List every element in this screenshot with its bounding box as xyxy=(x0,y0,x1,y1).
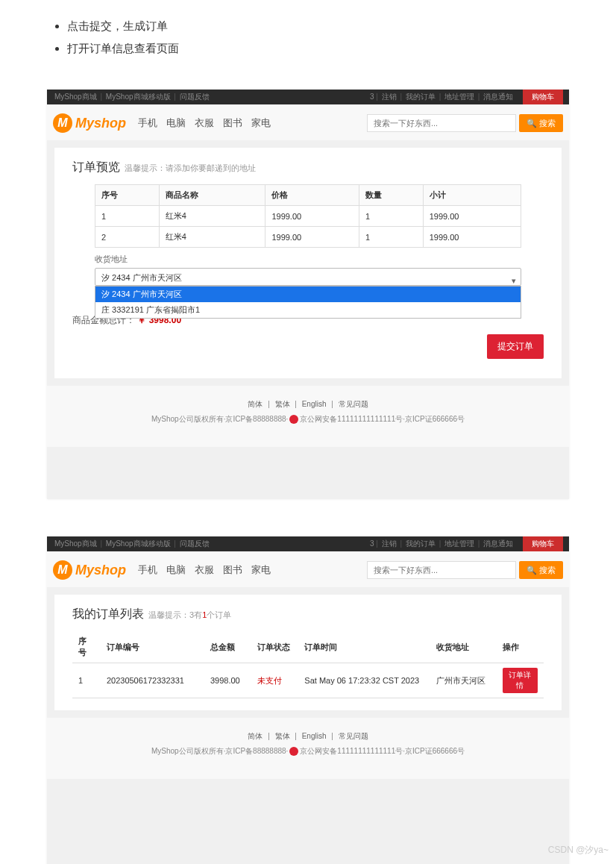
notifications-link[interactable]: 消息通知 xyxy=(483,539,513,548)
search-input[interactable] xyxy=(367,114,516,132)
order-status: 未支付 xyxy=(251,663,298,698)
col-qty: 数量 xyxy=(365,190,382,199)
screenshot-order-preview: MyShop商城 | MyShop商城移动版 | 问题反馈 3 | 注销 | 我… xyxy=(47,90,569,499)
table-row: 2 红米4 1999.00 1 1999.00 xyxy=(95,227,521,248)
search-button[interactable]: 🔍搜索 xyxy=(519,114,563,132)
order-items-table: 序号 商品名称 价格 数量 小计 1 红米4 1999.00 1 1999.00… xyxy=(95,184,521,248)
footer-copyright-2: 京公网安备11111111111111号·京ICP证666666号 xyxy=(300,747,465,755)
address-select[interactable]: 汐 2434 广州市天河区 xyxy=(95,268,521,286)
footer-link[interactable]: 繁体 xyxy=(275,732,290,740)
top-link-mobile[interactable]: MyShop商城移动版 xyxy=(106,539,171,548)
address-mgmt-link[interactable]: 地址管理 xyxy=(444,539,474,548)
top-link-feedback[interactable]: 问题反馈 xyxy=(180,539,210,548)
logo-text: Myshop xyxy=(75,116,126,131)
logout-link[interactable]: 注销 xyxy=(382,93,397,101)
logo[interactable]: M Myshop xyxy=(53,113,126,133)
my-orders-link[interactable]: 我的订单 xyxy=(406,93,436,101)
col-addr: 收货地址 xyxy=(436,642,469,651)
nav-appliance[interactable]: 家电 xyxy=(251,116,271,130)
col-status: 订单状态 xyxy=(257,642,290,651)
logo-icon: M xyxy=(53,113,72,133)
submit-order-button[interactable]: 提交订单 xyxy=(487,334,544,359)
footer-link[interactable]: 简体 xyxy=(248,400,263,408)
col-amt: 总金额 xyxy=(210,642,235,651)
address-option[interactable]: 汐 2434 广州市天河区 xyxy=(95,287,521,302)
nav-books[interactable]: 图书 xyxy=(223,563,242,577)
top-link-mall[interactable]: MyShop商城 xyxy=(54,93,97,101)
col-op: 操作 xyxy=(503,642,519,651)
top-link-feedback[interactable]: 问题反馈 xyxy=(180,93,210,101)
logo-text: Myshop xyxy=(75,563,126,578)
notifications-link[interactable]: 消息通知 xyxy=(483,93,513,101)
logo-icon: M xyxy=(53,560,72,580)
nav-books[interactable]: 图书 xyxy=(223,116,242,130)
nav-clothes[interactable]: 衣服 xyxy=(195,116,214,130)
table-row: 1 20230506172332331 3998.00 未支付 Sat May … xyxy=(72,663,544,698)
logout-link[interactable]: 注销 xyxy=(382,539,397,548)
top-link-mobile[interactable]: MyShop商城移动版 xyxy=(106,93,171,101)
col-sub: 小计 xyxy=(430,190,446,199)
nav-phone[interactable]: 手机 xyxy=(138,116,157,130)
col-idx: 序号 xyxy=(101,190,118,199)
footer-link[interactable]: 常见问题 xyxy=(339,400,368,408)
col-no: 订单编号 xyxy=(107,642,139,651)
col-time: 订单时间 xyxy=(304,642,337,651)
col-idx: 序号 xyxy=(78,636,87,657)
address-label: 收货地址 xyxy=(95,254,521,265)
search-input[interactable] xyxy=(367,561,516,579)
tip-text: 温馨提示：3有1个订单 xyxy=(148,610,231,621)
footer-copyright: MyShop公司版权所有·京ICP备88888888· xyxy=(151,415,288,423)
table-row: 1 红米4 1999.00 1 1999.00 xyxy=(95,206,521,227)
badge-icon xyxy=(289,747,298,756)
search-button[interactable]: 🔍搜索 xyxy=(519,561,563,579)
nav-phone[interactable]: 手机 xyxy=(138,563,157,577)
nav-appliance[interactable]: 家电 xyxy=(251,563,271,577)
address-dropdown: 汐 2434 广州市天河区 庄 3332191 广东省揭阳市1 xyxy=(95,286,521,319)
nav-clothes[interactable]: 衣服 xyxy=(195,563,214,577)
col-price: 价格 xyxy=(271,190,288,199)
footer-link[interactable]: English xyxy=(302,732,327,740)
search-icon: 🔍 xyxy=(527,119,537,128)
order-list-table: 序号 订单编号 总金额 订单状态 订单时间 收货地址 操作 1 20230506… xyxy=(72,631,544,698)
address-option[interactable]: 庄 3332191 广东省揭阳市1 xyxy=(95,302,521,318)
search-icon: 🔍 xyxy=(527,566,537,575)
page-title: 订单预览 xyxy=(72,160,120,175)
cart-button[interactable]: 购物车 xyxy=(523,90,563,104)
my-orders-link[interactable]: 我的订单 xyxy=(406,539,436,548)
page-title: 我的订单列表 xyxy=(72,607,144,622)
badge-icon xyxy=(289,415,298,424)
bullet-2: 打开订单信息查看页面 xyxy=(67,37,579,60)
footer-link[interactable]: 繁体 xyxy=(275,400,290,408)
footer-copyright-2: 京公网安备11111111111111号·京ICP证666666号 xyxy=(300,415,465,423)
footer-copyright: MyShop公司版权所有·京ICP备88888888· xyxy=(151,747,288,755)
col-name: 商品名称 xyxy=(166,190,198,199)
nav-computer[interactable]: 电脑 xyxy=(166,563,186,577)
top-link-mall[interactable]: MyShop商城 xyxy=(54,539,97,548)
address-mgmt-link[interactable]: 地址管理 xyxy=(444,93,474,101)
logo[interactable]: M Myshop xyxy=(53,560,126,580)
cart-button[interactable]: 购物车 xyxy=(523,536,563,551)
footer-link[interactable]: 简体 xyxy=(248,732,263,740)
nav-computer[interactable]: 电脑 xyxy=(166,116,186,130)
tip-text: 温馨提示：请添加你要邮递到的地址 xyxy=(125,163,256,174)
order-detail-button[interactable]: 订单详情 xyxy=(503,668,538,693)
screenshot-order-list: MyShop商城 | MyShop商城移动版 | 问题反馈 3 | 注销 | 我… xyxy=(47,536,569,864)
footer-link[interactable]: English xyxy=(302,400,327,408)
footer-link[interactable]: 常见问题 xyxy=(339,732,368,740)
watermark: CSDN @汐ya~ xyxy=(548,844,609,857)
bullet-1: 点击提交，生成订单 xyxy=(67,15,579,37)
